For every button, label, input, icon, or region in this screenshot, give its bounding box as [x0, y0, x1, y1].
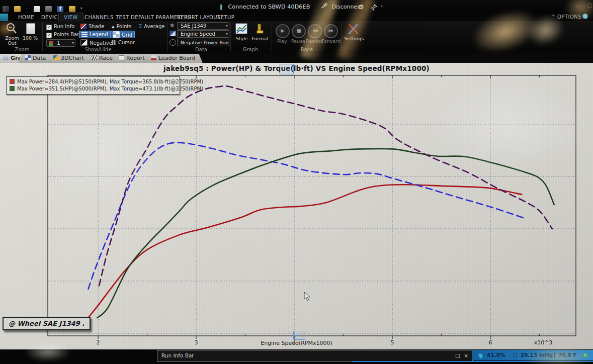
play-label: Play — [277, 38, 287, 44]
run-filter-icon — [170, 39, 176, 46]
status-ok-icon — [583, 353, 587, 357]
shade-icon — [80, 24, 87, 29]
splitter-grip[interactable] — [293, 331, 305, 340]
export-folder-icon[interactable] — [69, 6, 75, 12]
snapshot-icon[interactable] — [45, 6, 52, 12]
minimize-button[interactable]: – — [576, 3, 579, 9]
window-border-line — [352, 361, 593, 362]
chart-region: jakeb9sq5 : Power(HP) & Torque(lb·ft) VS… — [0, 63, 593, 349]
series-run-2-torque — [99, 86, 552, 286]
run-filter-dropdown[interactable]: Negative Power Run▾ — [177, 39, 229, 46]
format-ruler-icon — [254, 23, 265, 34]
run1-color-swatch — [10, 79, 15, 84]
race-lights-icon — [92, 55, 97, 60]
format-button[interactable] — [254, 23, 265, 35]
info-icon[interactable]: i — [582, 14, 588, 19]
chevron-down-icon: ▾ — [226, 39, 228, 46]
legend-row-run2: Max Power=351.5(HP)@5000(RPM), Max Torqu… — [10, 85, 177, 93]
page-100-icon[interactable] — [26, 23, 35, 34]
thermometer-icon — [554, 352, 555, 358]
temperature-value: 79.8 F — [558, 350, 577, 360]
average-toggle[interactable]: ΞAverage — [139, 23, 164, 30]
forward-button[interactable]: ▶▶ — [324, 24, 338, 38]
app-logo-icon[interactable] — [3, 6, 9, 12]
ribbon-separator — [341, 23, 342, 51]
pause-label: Pause — [291, 38, 305, 44]
ribbon-tab-bar: HOME DEVICES VIEW CHANNELS TEST DEFAULT … — [0, 14, 593, 21]
x-channel-dropdown[interactable]: Engine Speed▾ — [177, 30, 229, 38]
options-button[interactable]: OPTIONS — [557, 14, 581, 20]
legend-icon — [81, 32, 88, 37]
chevron-right-icon[interactable]: › — [381, 3, 383, 9]
graph-group-label: Graph — [235, 47, 266, 52]
zoom-percent-label[interactable]: 100 % — [22, 36, 38, 41]
check-icon: ✓ — [46, 25, 52, 30]
tab-home[interactable]: HOME — [13, 14, 39, 21]
open-folder-icon[interactable] — [14, 6, 21, 12]
play-button[interactable]: ▶ — [276, 24, 290, 38]
check-icon: ✓ — [46, 33, 52, 38]
cursor-toggle[interactable]: Cursor — [112, 39, 135, 46]
panel-close-button[interactable]: × — [464, 350, 468, 361]
run-color-icon — [49, 41, 53, 46]
app-window: - f ▾ ‖ Connected to SBWD 40D6EB Disconn… — [0, 0, 593, 364]
options-collapse-caret-icon[interactable]: ^ — [551, 14, 555, 20]
disconnect-button[interactable]: Disconnect — [320, 3, 363, 10]
pin-icon[interactable] — [371, 3, 377, 13]
chevron-down-icon: ▾ — [72, 40, 74, 46]
data-table-icon — [25, 55, 31, 60]
ribbon: Zoom Out 100 % Zoom ✓Run Info ✓Points Ba… — [0, 21, 593, 53]
report-doc-icon — [119, 55, 124, 60]
ribbon-separator — [272, 23, 272, 51]
settings-brushes-icon — [347, 23, 360, 35]
new-document-icon[interactable] — [34, 6, 40, 12]
run-count-dropdown[interactable]: 1 ▾ — [46, 39, 75, 47]
zoom-out-button[interactable] — [5, 23, 18, 36]
correction-dropdown[interactable]: SAE J1349▾ — [177, 22, 229, 30]
dyno-plot[interactable]: 23456x10^3 — [0, 63, 593, 349]
grid-toggle[interactable]: Grid — [110, 31, 135, 38]
settings-button[interactable] — [347, 23, 360, 36]
chevron-down-icon: ▾ — [226, 23, 228, 29]
quick-access-toolbar: - f ▾ — [3, 4, 87, 13]
pressure-gauge-icon — [513, 353, 518, 357]
tab-setup[interactable]: SETUP — [212, 14, 239, 21]
zoom-out-label: Zoom Out — [1, 36, 23, 46]
view-tab-leader-board[interactable]: Leader Board — [144, 54, 203, 63]
window-titlebar: - f ▾ ‖ Connected to SBWD 40D6EB Disconn… — [0, 0, 593, 14]
grid-icon — [113, 31, 120, 38]
pressure-value: 29.13 inHg — [521, 350, 553, 360]
rewind-button[interactable]: ◀◀ — [308, 24, 322, 38]
legend-toggle[interactable]: Legend — [79, 31, 111, 38]
facebook-icon[interactable]: f — [57, 6, 63, 12]
shade-toggle[interactable]: Shade — [80, 23, 104, 30]
run-info-checkbox[interactable]: ✓Run Info — [46, 23, 74, 30]
view-tab-3dchart[interactable]: 3DChart — [46, 54, 91, 63]
series-run-1-torque — [89, 143, 525, 289]
run-info-bar-panel[interactable]: Run Info Bar □ × — [157, 350, 473, 361]
panel-maximize-button[interactable]: □ — [455, 350, 460, 361]
gear-icon[interactable]: ⚙ — [358, 3, 364, 11]
points-toggle[interactable]: ◆Points — [112, 23, 131, 30]
pause-button[interactable]: ▮▮ — [292, 24, 306, 38]
toolbar-caret-icon[interactable]: ▾ — [80, 6, 84, 12]
legend-row-run1: Max Power=284.4(HP)@5150(RPM), Max Torqu… — [10, 78, 177, 85]
graph-tab-icon — [3, 55, 9, 60]
race-group-label: Race — [292, 47, 322, 52]
cursor-icon — [112, 40, 116, 45]
points-bar-checkbox[interactable]: ✓Points Bar — [46, 31, 79, 38]
style-button[interactable] — [235, 23, 247, 35]
points-icon: ◆ — [112, 25, 114, 29]
humidity-droplet-icon — [478, 353, 483, 358]
run-info-bar-title: Run Info Bar — [161, 352, 194, 358]
graph-style-icon — [235, 23, 247, 34]
negative-icon — [80, 39, 88, 46]
mouse-cursor — [304, 292, 311, 302]
maximize-button[interactable]: □ — [587, 3, 592, 8]
negative-toggle[interactable]: Negative — [80, 39, 112, 46]
ribbon-separator — [167, 23, 167, 51]
3d-chart-icon — [53, 55, 59, 60]
connection-status: ‖ Connected to SBWD 40D6EB — [220, 4, 310, 10]
file-menu-button[interactable] — [0, 14, 8, 21]
average-icon: Ξ — [139, 24, 142, 29]
